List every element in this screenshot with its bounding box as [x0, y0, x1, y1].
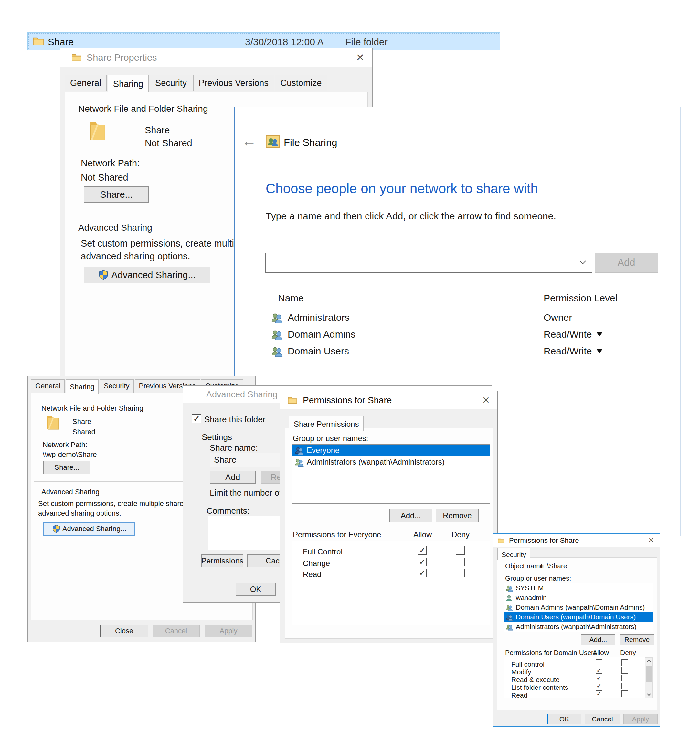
- chevron-down-icon[interactable]: [580, 259, 585, 265]
- allow-checkbox[interactable]: [418, 558, 427, 566]
- tab-security[interactable]: Security: [150, 75, 192, 91]
- group-name: Everyone: [307, 446, 339, 455]
- people-row[interactable]: Administrators Owner: [267, 309, 642, 326]
- tab-previous-versions[interactable]: Previous Versions: [193, 75, 274, 91]
- share-button[interactable]: Share...: [84, 186, 148, 203]
- desktop: Share 3/30/2018 12:00 A File folder Shar…: [0, 0, 700, 756]
- add-button[interactable]: Add...: [581, 634, 615, 645]
- advanced-sharing-group-label: Advanced Sharing: [76, 223, 155, 233]
- deny-checkbox[interactable]: [622, 683, 628, 689]
- permissions-button[interactable]: Permissions: [202, 555, 243, 567]
- permissions-titlebar[interactable]: Permissions for Share: [280, 391, 497, 409]
- tab-security[interactable]: Security: [100, 379, 133, 393]
- apply-button[interactable]: Apply: [205, 625, 252, 637]
- advanced-sharing-button[interactable]: Advanced Sharing...: [84, 267, 210, 283]
- deny-checkbox[interactable]: [456, 558, 465, 566]
- people-listbox: Name Permission Level Administrators Own…: [265, 287, 645, 373]
- permission-name: Read: [303, 570, 321, 579]
- group-icon: [294, 457, 304, 467]
- permission-level-cell[interactable]: Read/Write: [544, 346, 602, 357]
- permissions-for-label: Permissions for Domain Users: [505, 649, 597, 656]
- tab-sharing[interactable]: Sharing: [108, 75, 148, 92]
- tab-share-permissions[interactable]: Share Permissions: [289, 416, 364, 431]
- people-name: Domain Users: [288, 346, 349, 357]
- group-row[interactable]: Administrators (wanpath\Administrators): [292, 456, 490, 468]
- tab-general[interactable]: General: [65, 75, 107, 91]
- advanced-sharing-button[interactable]: Advanced Sharing...: [43, 522, 135, 536]
- user-row[interactable]: wanadmin: [504, 593, 653, 603]
- group-icon: [271, 345, 283, 357]
- tab-security[interactable]: Security: [497, 548, 530, 560]
- add-share-button[interactable]: Add: [210, 471, 256, 484]
- deny-checkbox[interactable]: [622, 667, 628, 673]
- security-permissions-titlebar[interactable]: Permissions for Share: [494, 534, 659, 547]
- scroll-down-icon[interactable]: [645, 691, 653, 698]
- deny-checkbox[interactable]: [622, 659, 628, 666]
- permission-level-cell[interactable]: Read/Write: [544, 329, 602, 340]
- group-row[interactable]: Domain Users (wanpath\Domain Users): [504, 612, 653, 622]
- back-icon[interactable]: ←: [242, 133, 256, 150]
- close-icon[interactable]: ×: [356, 48, 364, 66]
- tab-general[interactable]: General: [31, 379, 65, 393]
- dialog-title: Advanced Sharing: [206, 390, 278, 400]
- tab-customize[interactable]: Customize: [275, 75, 327, 91]
- level-dropdown-icon[interactable]: [597, 349, 602, 353]
- group-icon: [271, 328, 283, 340]
- share-properties-titlebar[interactable]: Share Properties: [60, 48, 372, 67]
- scroll-up-icon[interactable]: [645, 658, 653, 664]
- dialog-title: Permissions for Share: [303, 395, 392, 406]
- group-user-listbox: Everyone Administrators (wanpath\Adminis…: [292, 444, 490, 504]
- share-item-name: Share: [72, 417, 91, 426]
- share-item-state: Shared: [72, 428, 95, 436]
- network-path-label: Network Path:: [43, 440, 87, 449]
- allow-checkbox[interactable]: [595, 675, 602, 681]
- deny-checkbox[interactable]: [456, 569, 465, 577]
- deny-checkbox[interactable]: [456, 546, 465, 555]
- folder-icon: [33, 36, 44, 46]
- ok-button[interactable]: OK: [236, 583, 276, 596]
- group-user-listbox: SYSTEM wanadmin Domain Admins (wanpath\D…: [504, 583, 653, 632]
- dialog-title: Permissions for Share: [509, 536, 579, 545]
- group-row[interactable]: Administrators (wanpath\Administrators): [504, 622, 653, 632]
- settings-group-label: Settings: [199, 432, 234, 442]
- deny-checkbox[interactable]: [622, 690, 628, 697]
- ok-button[interactable]: OK: [547, 714, 581, 724]
- level-dropdown-icon[interactable]: [597, 333, 602, 336]
- permission-level-cell[interactable]: Owner: [544, 312, 582, 323]
- people-name: Administrators: [288, 312, 350, 323]
- apply-button[interactable]: Apply: [623, 714, 658, 724]
- permissions-scrollbar[interactable]: [645, 658, 653, 698]
- remove-button[interactable]: Remove: [620, 634, 654, 645]
- allow-checkbox[interactable]: [595, 659, 602, 666]
- people-row[interactable]: Domain Admins Read/Write: [267, 326, 642, 342]
- add-button[interactable]: Add: [595, 253, 658, 273]
- group-row[interactable]: Everyone: [292, 445, 490, 456]
- close-icon[interactable]: ×: [483, 391, 490, 409]
- scrollbar-thumb[interactable]: [646, 665, 652, 682]
- group-row[interactable]: Domain Admins (wanpath\Domain Admins): [504, 603, 653, 612]
- object-name-value: E:\Share: [541, 562, 567, 570]
- cancel-button[interactable]: Cancel: [584, 714, 620, 724]
- add-button[interactable]: Add...: [389, 509, 432, 522]
- share-button[interactable]: Share...: [43, 461, 91, 474]
- advanced-sharing-button-label: Advanced Sharing...: [111, 270, 195, 280]
- allow-checkbox[interactable]: [595, 667, 602, 673]
- folder-icon-large: [88, 120, 107, 141]
- close-button[interactable]: Close: [100, 625, 148, 637]
- allow-checkbox[interactable]: [418, 546, 427, 555]
- group-row[interactable]: SYSTEM: [504, 583, 653, 593]
- tab-sharing[interactable]: Sharing: [66, 379, 98, 394]
- close-icon[interactable]: ×: [648, 534, 654, 547]
- allow-checkbox[interactable]: [418, 569, 427, 577]
- allow-checkbox[interactable]: [595, 683, 602, 689]
- permission-entries-listbox: Full control Modify Read & execute List …: [504, 657, 653, 698]
- allow-checkbox[interactable]: [595, 690, 602, 697]
- share-this-folder-checkbox[interactable]: [192, 414, 201, 423]
- network-sharing-group-label: Network File and Folder Sharing: [39, 404, 146, 412]
- remove-button[interactable]: Remove: [436, 509, 479, 522]
- cancel-button[interactable]: Cancel: [153, 625, 200, 637]
- deny-checkbox[interactable]: [622, 675, 628, 681]
- allow-column-label: Allow: [593, 649, 609, 656]
- people-row[interactable]: Domain Users Read/Write: [267, 343, 642, 359]
- people-combobox[interactable]: [265, 253, 592, 273]
